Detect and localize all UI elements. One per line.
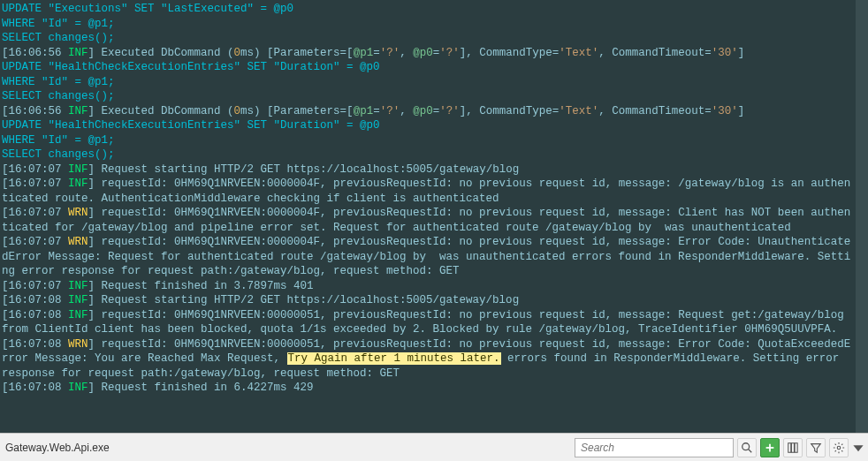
log-segment: =: [373, 105, 380, 117]
log-segment: ]: [738, 47, 745, 59]
log-segment: 16:07:07: [9, 178, 69, 190]
log-segment: INF: [68, 382, 88, 394]
svg-rect-4: [788, 442, 791, 452]
search-button[interactable]: [737, 438, 757, 457]
log-segment: ]: [738, 105, 745, 117]
log-segment: 16:07:07: [9, 280, 69, 292]
log-segment: '?': [439, 105, 460, 117]
log-segment: 16:07:08: [9, 338, 69, 351]
log-segment: WRN: [68, 207, 88, 219]
log-line: [16:07:07 INF] Request finished in 3.789…: [2, 280, 314, 292]
log-segment: 'Text': [559, 47, 598, 59]
log-segment: ms) [Parameters=[: [240, 105, 354, 117]
status-bar: Gateway.Web.Api.exe: [0, 433, 868, 461]
log-segment: 16:07:07: [9, 163, 69, 176]
log-segment: '?': [380, 105, 400, 117]
log-line: [16:07:08 INF] Request starting HTTP/2 G…: [2, 294, 519, 306]
log-segment: ] requestId: 0HM69Q1NRVEEN:0000004F, pre…: [2, 236, 850, 277]
log-segment: INF: [68, 309, 88, 321]
log-segment: , CommandTimeout=: [598, 47, 712, 59]
log-segment: [: [2, 294, 9, 306]
log-segment: '30': [712, 47, 738, 59]
log-segment: ], CommandType=: [460, 47, 560, 59]
svg-line-1: [749, 449, 752, 452]
log-line: UPDATE "Executions" SET "LastExecuted" =…: [2, 3, 293, 15]
log-line: WHERE "Id" = @p1;: [2, 76, 115, 88]
columns-icon: [787, 442, 799, 454]
log-segment: WHERE "Id" = @p1;: [2, 18, 115, 30]
log-segment: ms) [Parameters=[: [240, 47, 354, 59]
log-segment: @p1: [354, 105, 374, 117]
log-line: [16:07:07 WRN] requestId: 0HM69Q1NRVEEN:…: [2, 207, 850, 234]
log-segment: Request starting HTTP/2 GET https://loca…: [102, 163, 520, 176]
process-name-label: Gateway.Web.Api.exe: [4, 442, 110, 454]
log-segment: SELECT changes();: [2, 32, 115, 44]
log-segment: ] Request finished in 3.7897ms 401: [88, 280, 314, 292]
log-line: [16:07:07 WRN] requestId: 0HM69Q1NRVEEN:…: [2, 236, 850, 277]
log-line: [16:07:08 INF] requestId: 0HM69Q1NRVEEN:…: [2, 309, 850, 336]
log-line: [16:06:56 INF] Executed DbCommand (0ms) …: [2, 105, 744, 117]
log-segment: ,: [400, 105, 413, 117]
log-segment: ] requestId: 0HM69Q1NRVEEN:0000004F, pre…: [2, 207, 850, 234]
log-segment: [: [2, 309, 9, 321]
search-input[interactable]: [575, 438, 734, 457]
svg-marker-7: [811, 443, 821, 452]
log-segment: '?': [439, 47, 460, 59]
columns-button[interactable]: [783, 438, 803, 457]
log-segment: ] Request finished in 6.4227ms 429: [88, 382, 314, 394]
log-segment: [: [2, 178, 9, 190]
log-line: WHERE "Id" = @p1;: [2, 18, 115, 30]
log-segment: [: [2, 338, 9, 351]
log-segment: 0: [234, 105, 241, 117]
filter-button[interactable]: [806, 438, 826, 457]
log-segment: UPDATE "HealthCheckExecutionEntries" SET…: [2, 61, 380, 73]
log-output-panel[interactable]: UPDATE "Executions" SET "LastExecuted" =…: [0, 0, 868, 433]
log-segment: [: [2, 382, 9, 394]
dropdown-button[interactable]: [852, 438, 864, 457]
log-line: [16:07:07 INF] requestId: 0HM69Q1NRVEEN:…: [2, 178, 850, 205]
log-segment: INF: [68, 105, 88, 117]
filter-icon: [810, 442, 822, 454]
log-segment: ]: [88, 163, 102, 176]
log-segment: 0: [234, 47, 241, 59]
log-segment: UPDATE "Executions" SET "LastExecuted" =…: [2, 3, 293, 15]
log-segment: SELECT changes();: [2, 90, 115, 102]
svg-point-0: [742, 442, 750, 450]
log-segment: =: [373, 47, 380, 59]
log-segment: 'Text': [559, 105, 598, 117]
log-segment: 16:07:08: [9, 309, 69, 321]
log-line: UPDATE "HealthCheckExecutionEntries" SET…: [2, 61, 380, 73]
log-segment: , CommandTimeout=: [598, 105, 712, 117]
log-segment: 16:06:56: [9, 47, 69, 59]
log-segment: @p0: [413, 105, 433, 117]
log-segment: WRN: [68, 236, 88, 248]
log-segment: ,: [400, 47, 413, 59]
add-icon: [764, 442, 776, 454]
settings-icon: [833, 442, 845, 454]
log-segment: ] Executed DbCommand (: [88, 105, 234, 117]
log-segment: 16:07:08: [9, 294, 69, 306]
log-segment: 16:06:56: [9, 105, 69, 117]
log-segment: [: [2, 105, 9, 117]
log-segment: ] Executed DbCommand (: [88, 47, 234, 59]
svg-marker-9: [853, 445, 863, 451]
log-line: [16:06:56 INF] Executed DbCommand (0ms) …: [2, 47, 744, 59]
log-segment: INF: [68, 294, 88, 306]
log-segment: ] requestId: 0HM69Q1NRVEEN:0000004F, pre…: [2, 178, 850, 205]
svg-rect-5: [791, 442, 794, 452]
log-segment: [: [2, 47, 9, 59]
add-button[interactable]: [760, 438, 780, 457]
log-segment: INF: [68, 47, 88, 59]
svg-point-8: [837, 446, 841, 450]
log-line: SELECT changes();: [2, 32, 115, 44]
log-segment: UPDATE "HealthCheckExecutionEntries" SET…: [2, 119, 380, 132]
log-segment: INF: [68, 163, 88, 176]
log-segment: WHERE "Id" = @p1;: [2, 76, 115, 88]
settings-button[interactable]: [829, 438, 849, 457]
log-segment: ] Request starting HTTP/2 GET https://lo…: [88, 294, 520, 306]
log-line: [16:07:08 WRN] requestId: 0HM69Q1NRVEEN:…: [2, 338, 850, 380]
log-line: SELECT changes();: [2, 148, 115, 161]
log-segment: @p1: [354, 47, 374, 59]
log-segment: @p0: [413, 47, 433, 59]
log-segment: INF: [68, 178, 88, 190]
